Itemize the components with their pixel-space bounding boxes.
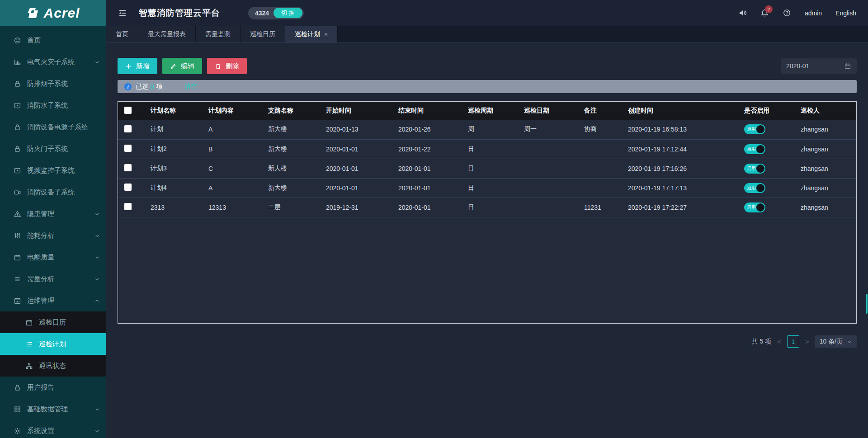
row-checkbox[interactable] [124, 203, 132, 210]
row-checkbox[interactable] [124, 125, 132, 132]
sidebar-item-防排烟子系统[interactable]: 防排烟子系统 [0, 73, 106, 94]
tab-需量监测[interactable]: 需量监测 [196, 26, 241, 42]
delete-button[interactable]: 删除 [207, 58, 247, 74]
cell-enabled: 启用 [738, 178, 794, 198]
sidebar-item-巡检计划[interactable]: 巡检计划 [0, 333, 106, 355]
next-page-button[interactable]: > [805, 338, 809, 345]
page-size-select[interactable]: 10 条/页 [815, 335, 857, 348]
cell-enabled: 启用 [738, 159, 794, 178]
cell-date [518, 198, 578, 217]
sidebar-item-label: 系统设置 [27, 427, 94, 435]
edit-button[interactable]: 编辑 [162, 58, 202, 74]
tab-label: 巡检计划 [295, 30, 320, 38]
brand-logo-icon [26, 7, 40, 19]
sidebar-item-用户报告[interactable]: 用户报告 [0, 377, 106, 398]
sidebar-item-label: 电气火灾子系统 [27, 58, 94, 66]
sidebar-item-消防水子系统[interactable]: 消防水子系统 [0, 94, 106, 116]
cell-content: 12313 [202, 198, 262, 217]
column-header: 计划名称 [144, 102, 202, 120]
sidebar-item-消防设备电源子系统[interactable]: 消防设备电源子系统 [0, 116, 106, 138]
enable-toggle[interactable]: 启用 [744, 164, 765, 174]
selection-count: 0 [151, 83, 154, 90]
tab-巡检计划[interactable]: 巡检计划× [285, 26, 338, 42]
enable-toggle[interactable]: 启用 [744, 144, 765, 154]
cell-created: 2020-01-19 17:22:27 [622, 198, 738, 217]
tab-label: 巡检日历 [250, 30, 275, 38]
column-header: 巡检周期 [462, 102, 518, 120]
calendar-chart-icon [14, 297, 21, 305]
cell-name: 2313 [144, 198, 202, 217]
enable-toggle[interactable]: 启用 [744, 203, 765, 212]
sidebar-item-label: 能耗分析 [27, 231, 94, 240]
calendar-icon [25, 319, 33, 326]
sidebar-item-消防设备子系统[interactable]: 消防设备子系统 [0, 181, 106, 203]
select-all-checkbox[interactable] [124, 107, 132, 114]
cell-created: 2020-01-19 16:58:13 [622, 120, 738, 139]
sidebar-item-基础数据管理[interactable]: 基础数据管理 [0, 398, 106, 420]
row-checkbox[interactable] [124, 184, 132, 191]
sidebar-item-能耗分析[interactable]: 能耗分析 [0, 225, 106, 246]
tab-label: 最大需量报表 [148, 30, 186, 38]
switch-button[interactable]: 切 换 [274, 8, 302, 18]
speaker-icon[interactable] [738, 9, 747, 17]
sidebar-item-隐患管理[interactable]: 隐患管理 [0, 203, 106, 225]
sidebar-item-通讯状态[interactable]: 通讯状态 [0, 355, 106, 377]
table-row: 计划2B新大楼2020-01-012020-01-22日2020-01-19 1… [118, 139, 857, 159]
cell-inspector: zhangsan [794, 120, 857, 139]
cell-branch: 新大楼 [262, 139, 320, 159]
column-header: 巡检人 [794, 102, 857, 120]
cell-branch: 新大楼 [262, 120, 320, 139]
row-checkbox[interactable] [124, 164, 132, 171]
sidebar-item-系统设置[interactable]: 系统设置 [0, 420, 106, 438]
current-page-button[interactable]: 1 [787, 335, 799, 348]
cell-cycle: 日 [462, 178, 518, 198]
month-picker[interactable]: 2020-01 [781, 58, 857, 74]
topbar-right: 2 admin English [738, 9, 856, 17]
sidebar-item-运维管理[interactable]: 运维管理 [0, 290, 106, 311]
sidebar-item-电能质量[interactable]: 电能质量 [0, 246, 106, 268]
clear-selection-link[interactable]: 清空 [184, 83, 197, 91]
pencil-icon [170, 63, 177, 70]
tab-最大需量报表[interactable]: 最大需量报表 [138, 26, 196, 42]
sidebar-item-防火门子系统[interactable]: 防火门子系统 [0, 138, 106, 160]
sidebar-item-视频监控子系统[interactable]: 视频监控子系统 [0, 160, 106, 181]
sidebar-item-label: 基础数据管理 [27, 405, 94, 414]
tab-首页[interactable]: 首页 [106, 26, 138, 42]
app-root: Acrel 首页电气火灾子系统防排烟子系统消防水子系统消防设备电源子系统防火门子… [0, 0, 868, 438]
prev-page-button[interactable]: < [777, 338, 781, 345]
add-button-label: 新增 [136, 62, 150, 71]
tab-label: 首页 [116, 30, 128, 38]
toolbar: 新增 编辑 删除 2020-01 [118, 58, 857, 74]
selection-bar: i 已选 0 项 清空 [118, 80, 857, 93]
close-icon[interactable]: × [324, 31, 328, 38]
sidebar: Acrel 首页电气火灾子系统防排烟子系统消防水子系统消防设备电源子系统防火门子… [0, 0, 106, 438]
user-menu[interactable]: admin [805, 9, 822, 17]
cell-enabled: 启用 [738, 198, 794, 217]
language-switch[interactable]: English [835, 9, 856, 17]
add-button[interactable]: 新增 [118, 58, 157, 74]
sidebar-item-label: 用户报告 [27, 383, 100, 392]
enable-toggle[interactable]: 启用 [744, 124, 765, 134]
sliders-icon [14, 232, 21, 240]
sidebar-item-首页[interactable]: 首页 [0, 29, 106, 51]
grid-icon [14, 405, 21, 413]
list-icon [14, 275, 21, 283]
question-icon[interactable] [783, 9, 791, 17]
cell-inspector: zhangsan [794, 198, 857, 217]
chevron-up-icon [94, 297, 100, 305]
sidebar-item-巡检日历[interactable]: 巡检日历 [0, 311, 106, 333]
cell-date [518, 159, 578, 178]
tab-巡检日历[interactable]: 巡检日历 [241, 26, 285, 42]
page-scrollbar[interactable] [866, 294, 868, 314]
bell-icon[interactable]: 2 [760, 9, 769, 17]
info-icon: i [124, 83, 132, 90]
sidebar-item-需量分析[interactable]: 需量分析 [0, 268, 106, 290]
chevron-down-icon [94, 275, 100, 283]
menu-fold-icon[interactable] [118, 9, 127, 18]
content-area: 新增 编辑 删除 2020-01 i 已选 0 项 [106, 43, 868, 438]
cell-branch: 新大楼 [262, 159, 320, 178]
sidebar-item-label: 巡检计划 [39, 340, 100, 349]
enable-toggle[interactable]: 启用 [744, 183, 765, 193]
row-checkbox[interactable] [124, 145, 132, 152]
sidebar-item-电气火灾子系统[interactable]: 电气火灾子系统 [0, 51, 106, 73]
